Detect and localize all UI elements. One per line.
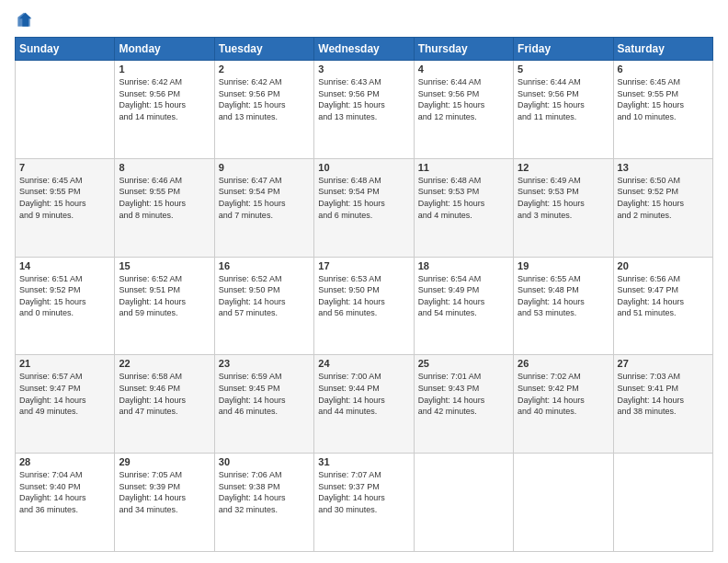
calendar-cell: 19Sunrise: 6:55 AMSunset: 9:48 PMDayligh… <box>514 257 613 355</box>
calendar-cell: 31Sunrise: 7:07 AMSunset: 9:37 PMDayligh… <box>314 454 414 552</box>
calendar-week-5: 28Sunrise: 7:04 AMSunset: 9:40 PMDayligh… <box>16 454 713 552</box>
calendar-cell: 4Sunrise: 6:44 AMSunset: 9:56 PMDaylight… <box>414 61 513 159</box>
cell-content: Sunrise: 6:44 AMSunset: 9:56 PMDaylight:… <box>518 76 609 122</box>
day-number: 3 <box>318 63 409 75</box>
cell-content: Sunrise: 7:07 AMSunset: 9:37 PMDaylight:… <box>318 469 409 515</box>
calendar-cell: 26Sunrise: 7:02 AMSunset: 9:42 PMDayligh… <box>514 355 613 454</box>
calendar-cell: 14Sunrise: 6:51 AMSunset: 9:52 PMDayligh… <box>16 257 115 355</box>
calendar-cell: 20Sunrise: 6:56 AMSunset: 9:47 PMDayligh… <box>613 257 712 355</box>
day-number: 15 <box>119 260 210 271</box>
day-number: 19 <box>518 260 609 271</box>
cell-content: Sunrise: 7:00 AMSunset: 9:44 PMDaylight:… <box>318 371 409 417</box>
day-number: 12 <box>518 162 609 173</box>
day-number: 30 <box>219 456 310 467</box>
cell-content: Sunrise: 6:46 AMSunset: 9:55 PMDaylight:… <box>119 175 210 221</box>
cell-content: Sunrise: 7:05 AMSunset: 9:39 PMDaylight:… <box>119 469 210 515</box>
calendar-cell: 13Sunrise: 6:50 AMSunset: 9:52 PMDayligh… <box>613 158 712 257</box>
cell-content: Sunrise: 6:42 AMSunset: 9:56 PMDaylight:… <box>119 76 210 122</box>
calendar-table: SundayMondayTuesdayWednesdayThursdayFrid… <box>15 37 713 552</box>
calendar-cell: 28Sunrise: 7:04 AMSunset: 9:40 PMDayligh… <box>16 454 115 552</box>
cell-content: Sunrise: 6:45 AMSunset: 9:55 PMDaylight:… <box>19 175 110 221</box>
cell-content: Sunrise: 6:58 AMSunset: 9:46 PMDaylight:… <box>119 371 210 417</box>
day-number: 18 <box>418 260 509 271</box>
day-number: 8 <box>119 162 210 173</box>
calendar-cell: 21Sunrise: 6:57 AMSunset: 9:47 PMDayligh… <box>16 355 115 454</box>
logo <box>15 11 37 29</box>
calendar-header-tuesday: Tuesday <box>214 38 313 61</box>
cell-content: Sunrise: 6:47 AMSunset: 9:54 PMDaylight:… <box>219 175 310 221</box>
calendar-cell: 29Sunrise: 7:05 AMSunset: 9:39 PMDayligh… <box>115 454 214 552</box>
calendar-cell: 15Sunrise: 6:52 AMSunset: 9:51 PMDayligh… <box>115 257 214 355</box>
calendar-week-1: 1Sunrise: 6:42 AMSunset: 9:56 PMDaylight… <box>16 61 713 159</box>
calendar-cell: 10Sunrise: 6:48 AMSunset: 9:54 PMDayligh… <box>314 158 414 257</box>
calendar-cell <box>514 454 613 552</box>
day-number: 24 <box>318 358 409 369</box>
calendar-week-2: 7Sunrise: 6:45 AMSunset: 9:55 PMDaylight… <box>16 158 713 257</box>
day-number: 17 <box>318 260 409 271</box>
day-number: 14 <box>19 260 110 271</box>
cell-content: Sunrise: 6:43 AMSunset: 9:56 PMDaylight:… <box>318 76 409 122</box>
cell-content: Sunrise: 6:48 AMSunset: 9:53 PMDaylight:… <box>418 175 509 221</box>
day-number: 28 <box>19 456 110 467</box>
header <box>15 11 713 29</box>
cell-content: Sunrise: 7:03 AMSunset: 9:41 PMDaylight:… <box>618 371 709 417</box>
cell-content: Sunrise: 6:52 AMSunset: 9:50 PMDaylight:… <box>219 273 310 319</box>
calendar-cell: 8Sunrise: 6:46 AMSunset: 9:55 PMDaylight… <box>115 158 214 257</box>
day-number: 4 <box>418 63 509 75</box>
day-number: 2 <box>219 63 310 75</box>
day-number: 23 <box>219 358 310 369</box>
cell-content: Sunrise: 7:02 AMSunset: 9:42 PMDaylight:… <box>518 371 609 417</box>
cell-content: Sunrise: 6:42 AMSunset: 9:56 PMDaylight:… <box>219 76 310 122</box>
calendar-cell <box>16 61 115 159</box>
day-number: 25 <box>418 358 509 369</box>
day-number: 1 <box>119 63 210 75</box>
day-number: 22 <box>119 358 210 369</box>
calendar-cell: 5Sunrise: 6:44 AMSunset: 9:56 PMDaylight… <box>514 61 613 159</box>
calendar-header-thursday: Thursday <box>414 38 513 61</box>
day-number: 26 <box>518 358 609 369</box>
calendar-cell: 3Sunrise: 6:43 AMSunset: 9:56 PMDaylight… <box>314 61 414 159</box>
calendar-cell: 11Sunrise: 6:48 AMSunset: 9:53 PMDayligh… <box>414 158 513 257</box>
calendar-cell: 22Sunrise: 6:58 AMSunset: 9:46 PMDayligh… <box>115 355 214 454</box>
calendar-cell: 24Sunrise: 7:00 AMSunset: 9:44 PMDayligh… <box>314 355 414 454</box>
day-number: 20 <box>618 260 709 271</box>
calendar-cell <box>613 454 712 552</box>
cell-content: Sunrise: 6:52 AMSunset: 9:51 PMDaylight:… <box>119 273 210 319</box>
calendar-cell: 18Sunrise: 6:54 AMSunset: 9:49 PMDayligh… <box>414 257 513 355</box>
cell-content: Sunrise: 6:51 AMSunset: 9:52 PMDaylight:… <box>19 273 110 319</box>
cell-content: Sunrise: 6:54 AMSunset: 9:49 PMDaylight:… <box>418 273 509 319</box>
day-number: 6 <box>618 63 709 75</box>
cell-content: Sunrise: 6:57 AMSunset: 9:47 PMDaylight:… <box>19 371 110 417</box>
calendar-cell: 27Sunrise: 7:03 AMSunset: 9:41 PMDayligh… <box>613 355 712 454</box>
calendar-header-wednesday: Wednesday <box>314 38 414 61</box>
day-number: 11 <box>418 162 509 173</box>
calendar-cell: 6Sunrise: 6:45 AMSunset: 9:55 PMDaylight… <box>613 61 712 159</box>
logo-icon <box>15 11 33 29</box>
calendar-header-monday: Monday <box>115 38 214 61</box>
cell-content: Sunrise: 6:53 AMSunset: 9:50 PMDaylight:… <box>318 273 409 319</box>
day-number: 27 <box>618 358 709 369</box>
cell-content: Sunrise: 7:04 AMSunset: 9:40 PMDaylight:… <box>19 469 110 515</box>
calendar-week-3: 14Sunrise: 6:51 AMSunset: 9:52 PMDayligh… <box>16 257 713 355</box>
calendar-header-friday: Friday <box>514 38 613 61</box>
calendar-cell: 16Sunrise: 6:52 AMSunset: 9:50 PMDayligh… <box>214 257 313 355</box>
calendar-cell: 2Sunrise: 6:42 AMSunset: 9:56 PMDaylight… <box>214 61 313 159</box>
cell-content: Sunrise: 7:06 AMSunset: 9:38 PMDaylight:… <box>219 469 310 515</box>
day-number: 31 <box>318 456 409 467</box>
calendar-cell: 1Sunrise: 6:42 AMSunset: 9:56 PMDaylight… <box>115 61 214 159</box>
cell-content: Sunrise: 7:01 AMSunset: 9:43 PMDaylight:… <box>418 371 509 417</box>
cell-content: Sunrise: 6:55 AMSunset: 9:48 PMDaylight:… <box>518 273 609 319</box>
day-number: 7 <box>19 162 110 173</box>
calendar-week-4: 21Sunrise: 6:57 AMSunset: 9:47 PMDayligh… <box>16 355 713 454</box>
cell-content: Sunrise: 6:49 AMSunset: 9:53 PMDaylight:… <box>518 175 609 221</box>
calendar-cell: 12Sunrise: 6:49 AMSunset: 9:53 PMDayligh… <box>514 158 613 257</box>
cell-content: Sunrise: 6:59 AMSunset: 9:45 PMDaylight:… <box>219 371 310 417</box>
calendar-cell: 7Sunrise: 6:45 AMSunset: 9:55 PMDaylight… <box>16 158 115 257</box>
page: SundayMondayTuesdayWednesdayThursdayFrid… <box>0 0 728 563</box>
calendar-cell: 17Sunrise: 6:53 AMSunset: 9:50 PMDayligh… <box>314 257 414 355</box>
calendar-cell: 30Sunrise: 7:06 AMSunset: 9:38 PMDayligh… <box>214 454 313 552</box>
cell-content: Sunrise: 6:44 AMSunset: 9:56 PMDaylight:… <box>418 76 509 122</box>
calendar-cell: 23Sunrise: 6:59 AMSunset: 9:45 PMDayligh… <box>214 355 313 454</box>
day-number: 29 <box>119 456 210 467</box>
calendar-header-row: SundayMondayTuesdayWednesdayThursdayFrid… <box>16 38 713 61</box>
